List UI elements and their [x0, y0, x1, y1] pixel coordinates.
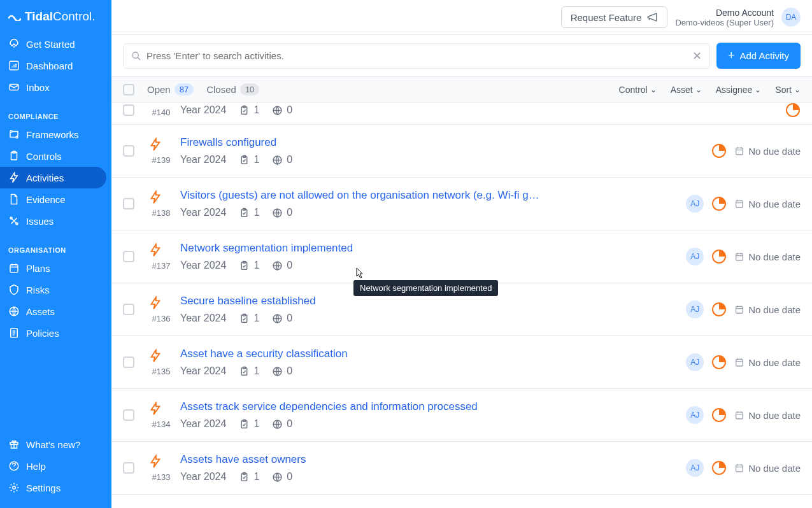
row-checkbox[interactable] — [123, 409, 134, 421]
sidebar: TidalControl. Get StartedDashboardInbox … — [0, 0, 111, 508]
asset-count: 0 — [272, 313, 292, 324]
activity-row[interactable]: #133Assets have asset ownersYear 2024 1 … — [111, 442, 812, 495]
filter-sort[interactable]: Sort⌄ — [775, 85, 801, 95]
row-content: Year 2024 1 0 — [180, 104, 785, 116]
activity-list[interactable]: #140Year 2024 1 0#139Firewalls configure… — [111, 102, 812, 508]
row-title[interactable]: Assets have asset owners — [180, 453, 550, 466]
svg-point-2 — [10, 131, 12, 132]
row-meta: Year 2024 1 0 — [180, 104, 785, 116]
request-feature-button[interactable]: Request Feature — [561, 6, 668, 28]
row-title[interactable]: Firewalls configured — [180, 136, 550, 149]
progress-icon[interactable] — [711, 355, 727, 370]
sidebar-item-evidence[interactable]: Evidence — [0, 188, 111, 210]
sidebar-item-label: Frameworks — [26, 129, 79, 140]
sidebar-item-controls[interactable]: Controls — [0, 145, 111, 167]
select-all-checkbox[interactable] — [123, 84, 134, 95]
row-content: Visitors (guests) are not allowed on the… — [180, 189, 686, 218]
sidebar-item-label: Get Started — [26, 39, 75, 50]
clear-search-icon[interactable]: ✕ — [692, 49, 702, 63]
progress-icon[interactable] — [711, 460, 727, 476]
lightning-icon — [148, 190, 174, 204]
sidebar-item-get-started[interactable]: Get Started — [0, 33, 111, 55]
row-right: AJNo due date — [686, 300, 801, 318]
sidebar-item-issues[interactable]: Issues — [0, 210, 111, 232]
asset-count: 0 — [272, 260, 292, 271]
control-count: 1 — [239, 365, 259, 377]
row-year: Year 2024 — [180, 154, 226, 166]
tab-open[interactable]: Open 87 — [147, 83, 194, 95]
assignee-avatar[interactable]: AJ — [686, 459, 704, 477]
sidebar-item-policies[interactable]: Policies — [0, 322, 111, 344]
envelope-icon — [8, 81, 20, 93]
sidebar-item-risks[interactable]: Risks — [0, 279, 111, 300]
search-box[interactable]: ✕ — [123, 43, 710, 69]
tab-closed[interactable]: Closed 10 — [206, 83, 259, 95]
row-checkbox[interactable] — [123, 356, 134, 368]
progress-icon[interactable] — [711, 143, 727, 159]
row-checkbox[interactable] — [123, 145, 134, 157]
assignee-avatar[interactable]: AJ — [686, 300, 704, 318]
activity-row[interactable]: #139Firewalls configuredYear 2024 1 0No … — [111, 125, 812, 178]
add-activity-label: Add Activity — [739, 50, 789, 61]
row-title[interactable]: Network segmentation implemented — [180, 242, 550, 255]
assignee-avatar[interactable]: AJ — [686, 353, 704, 371]
progress-icon[interactable] — [711, 407, 727, 423]
search-input[interactable] — [146, 50, 692, 61]
due-date[interactable]: No due date — [734, 410, 801, 421]
filter-assignee[interactable]: Assignee⌄ — [716, 85, 762, 95]
row-checkbox[interactable] — [123, 462, 134, 474]
account-info[interactable]: Demo Account Demo-videos (Super User) — [675, 8, 774, 27]
account-avatar[interactable]: DA — [781, 8, 801, 27]
progress-icon[interactable] — [711, 302, 727, 317]
sidebar-item-help[interactable]: Help — [0, 455, 111, 477]
activity-row[interactable]: #135Asset have a security classification… — [111, 336, 812, 389]
assignee-avatar[interactable]: AJ — [686, 248, 704, 265]
activity-row[interactable]: #137Network segmentation implementedYear… — [111, 230, 812, 283]
lightning-icon — [148, 455, 174, 469]
filter-control[interactable]: Control⌄ — [619, 85, 657, 95]
due-date[interactable]: No due date — [734, 463, 801, 474]
row-meta: Year 2024 1 0 — [180, 418, 686, 430]
due-date[interactable]: No due date — [734, 304, 801, 315]
sidebar-item-assets[interactable]: Assets — [0, 300, 111, 322]
sidebar-item-plans[interactable]: Plans — [0, 257, 111, 279]
assignee-avatar[interactable]: AJ — [686, 195, 704, 213]
row-checkbox[interactable] — [123, 251, 134, 262]
logo[interactable]: TidalControl. — [0, 10, 111, 33]
assignee-avatar[interactable]: AJ — [686, 406, 704, 424]
add-activity-button[interactable]: + Add Activity — [716, 43, 801, 69]
sidebar-item-inbox[interactable]: Inbox — [0, 76, 111, 98]
row-title[interactable]: Asset have a security classification — [180, 348, 550, 360]
due-date[interactable]: No due date — [734, 199, 801, 209]
sidebar-item-settings[interactable]: Settings — [0, 477, 111, 498]
lightning-icon — [148, 296, 174, 310]
svg-rect-40 — [736, 306, 743, 313]
row-checkbox[interactable] — [123, 104, 134, 116]
progress-icon[interactable] — [711, 249, 727, 264]
svg-point-15 — [132, 52, 138, 58]
activity-row[interactable]: #140Year 2024 1 0 — [111, 102, 812, 125]
progress-icon[interactable] — [711, 196, 727, 211]
due-date[interactable]: No due date — [734, 357, 801, 368]
row-title[interactable]: Secure baseline established — [180, 295, 550, 307]
megaphone-icon — [646, 11, 658, 23]
sidebar-item-label: Issues — [26, 216, 53, 227]
row-checkbox[interactable] — [123, 198, 134, 209]
sidebar-item-activities[interactable]: Activities — [0, 167, 106, 188]
row-icon-col: #135 — [148, 349, 174, 376]
sidebar-item-frameworks[interactable]: Frameworks — [0, 123, 111, 145]
activity-row[interactable]: #138Visitors (guests) are not allowed on… — [111, 178, 812, 230]
sidebar-item-dashboard[interactable]: Dashboard — [0, 55, 111, 76]
filter-asset[interactable]: Asset⌄ — [671, 85, 702, 95]
due-date[interactable]: No due date — [734, 146, 801, 157]
due-date[interactable]: No due date — [734, 251, 801, 262]
row-title[interactable]: Visitors (guests) are not allowed on the… — [180, 189, 550, 202]
lightning-icon — [148, 349, 174, 363]
shield-icon — [8, 284, 20, 295]
row-checkbox[interactable] — [123, 304, 134, 315]
sidebar-item-what-s-new-[interactable]: What's new? — [0, 434, 111, 455]
row-title[interactable]: Assets track service dependencies and in… — [180, 400, 550, 413]
progress-icon[interactable] — [785, 102, 801, 118]
doc-icon — [8, 327, 20, 339]
activity-row[interactable]: #134Assets track service dependencies an… — [111, 389, 812, 442]
